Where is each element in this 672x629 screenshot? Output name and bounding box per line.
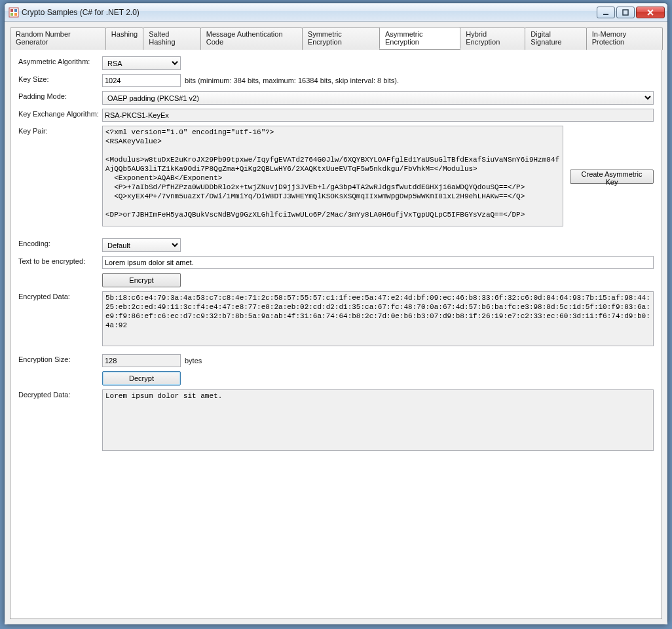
tab-hybrid-encryption[interactable]: Hybrid Encryption (460, 27, 525, 50)
maximize-button[interactable] (616, 7, 635, 18)
key-size-input[interactable] (102, 74, 181, 87)
key-size-hint: bits (minimum: 384 bits, maximum: 16384 … (185, 77, 399, 84)
svg-rect-5 (603, 14, 608, 15)
key-exchange-label: Key Exchange Algorithm: (18, 109, 102, 118)
tab-hashing[interactable]: Hashing (105, 27, 143, 50)
tab-random-number-generator[interactable]: Random Number Generator (10, 27, 106, 50)
encryption-size-input[interactable] (102, 354, 181, 367)
encryption-size-label: Encryption Size: (18, 354, 102, 363)
window-title: Crypto Samples (C# for .NET 2.0) (22, 8, 597, 17)
svg-rect-1 (10, 9, 13, 12)
app-icon (9, 7, 19, 18)
svg-rect-3 (10, 13, 13, 16)
encrypted-data-textarea[interactable]: 5b:18:c6:e4:79:3a:4a:53:c7:c8:4e:71:2c:5… (102, 291, 654, 346)
algorithm-select[interactable]: RSA (102, 56, 181, 70)
tab-in-memory-protection[interactable]: In-Memory Protection (586, 27, 663, 50)
decrypted-data-textarea[interactable]: Lorem ipsum dolor sit amet. (102, 389, 654, 451)
tab-salted-hashing[interactable]: Salted Hashing (143, 27, 201, 50)
encoding-select[interactable]: Default (102, 238, 181, 252)
tab-asymmetric-encryption[interactable]: Asymmetric Encryption (379, 27, 460, 49)
create-asymmetric-key-button[interactable]: Create Asymmetric Key (570, 170, 654, 184)
key-exchange-input[interactable] (102, 109, 654, 122)
svg-rect-2 (14, 9, 17, 12)
svg-rect-4 (14, 13, 17, 16)
padding-mode-label: Padding Mode: (18, 91, 102, 100)
svg-rect-6 (623, 10, 628, 15)
text-to-encrypt-input[interactable] (102, 256, 654, 269)
client-area: Random Number Generator Hashing Salted H… (5, 22, 667, 624)
algorithm-label: Asymmetric Algorithm: (18, 56, 102, 65)
key-pair-label: Key Pair: (18, 126, 102, 135)
tab-symmetric-encryption[interactable]: Symmetric Encryption (302, 27, 380, 50)
app-window: Crypto Samples (C# for .NET 2.0) Random … (4, 3, 668, 625)
encryption-size-unit: bytes (185, 357, 202, 365)
decrypt-button[interactable]: Decrypt (102, 371, 181, 386)
minimize-button[interactable] (597, 7, 615, 18)
padding-mode-select[interactable]: OAEP padding (PKCS#1 v2) (102, 91, 654, 105)
key-size-label: Key Size: (18, 74, 102, 83)
encoding-label: Encoding: (18, 238, 102, 247)
tab-digital-signature[interactable]: Digital Signature (525, 27, 586, 50)
key-pair-textarea[interactable]: <?xml version="1.0" encoding="utf-16"?> … (102, 126, 563, 226)
tab-message-authentication-code[interactable]: Message Authentication Code (200, 27, 303, 50)
decrypted-data-label: Decrypted Data: (18, 389, 102, 399)
tab-strip: Random Number Generator Hashing Salted H… (10, 27, 662, 49)
titlebar[interactable]: Crypto Samples (C# for .NET 2.0) (5, 3, 667, 22)
encrypt-button[interactable]: Encrypt (102, 273, 181, 287)
window-buttons (597, 7, 665, 18)
tab-page-asymmetric-encryption: Asymmetric Algorithm: RSA Key Size: bits… (10, 49, 662, 619)
text-to-encrypt-label: Text to be encrypted: (18, 256, 102, 265)
encrypted-data-label: Encrypted Data: (18, 291, 102, 300)
close-button[interactable] (636, 7, 665, 18)
